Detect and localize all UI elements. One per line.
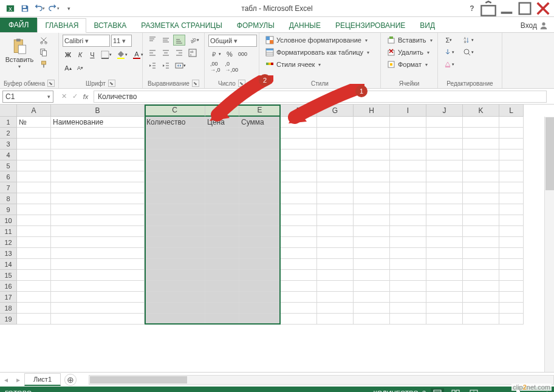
cell-A4[interactable]: [17, 150, 51, 160]
cell-E12[interactable]: [239, 237, 281, 248]
row-header-15[interactable]: 15: [0, 270, 17, 281]
number-format-combo[interactable]: Общий▾: [208, 35, 257, 47]
tab-insert[interactable]: ВСТАВКА: [86, 19, 134, 32]
cell-B18[interactable]: [51, 303, 145, 314]
cell-L19[interactable]: [499, 314, 524, 325]
autosum-button[interactable]: Σ▾: [442, 35, 456, 46]
cell-L10[interactable]: [499, 215, 524, 226]
cell-J18[interactable]: [426, 303, 463, 314]
cell-D2[interactable]: [205, 128, 239, 139]
cell-A14[interactable]: [17, 259, 51, 270]
cell-F19[interactable]: [281, 314, 317, 325]
cell-E14[interactable]: [239, 259, 281, 270]
cell-D18[interactable]: [205, 303, 239, 314]
cell-H18[interactable]: [354, 303, 390, 314]
cell-D19[interactable]: [205, 314, 239, 325]
cell-F7[interactable]: [281, 182, 317, 193]
cell-J6[interactable]: [426, 171, 463, 182]
cell-E18[interactable]: [239, 303, 281, 314]
cell-B13[interactable]: [51, 248, 145, 259]
cell-G13[interactable]: [317, 248, 354, 259]
cell-I9[interactable]: [390, 204, 426, 215]
border-button[interactable]: ▾: [99, 49, 114, 60]
cell-D3[interactable]: [205, 139, 239, 150]
cell-F4[interactable]: [281, 150, 317, 160]
row-header-6[interactable]: 6: [0, 171, 17, 182]
cell-B12[interactable]: [51, 237, 145, 248]
cell-J7[interactable]: [426, 182, 463, 193]
cell-H11[interactable]: [354, 226, 390, 237]
row-header-18[interactable]: 18: [0, 303, 17, 314]
cell-G5[interactable]: [317, 160, 354, 171]
column-header-K[interactable]: K: [463, 105, 499, 117]
cell-D7[interactable]: [205, 182, 239, 193]
horizontal-scrollbar[interactable]: [89, 375, 554, 385]
cell-styles-button[interactable]: Стили ячеек▾: [263, 59, 323, 70]
cell-F12[interactable]: [281, 237, 317, 248]
sheet-nav-prev[interactable]: ◂: [0, 376, 12, 384]
cell-H6[interactable]: [354, 171, 390, 182]
excel-icon[interactable]: X: [4, 2, 17, 15]
cell-F11[interactable]: [281, 226, 317, 237]
cell-F6[interactable]: [281, 171, 317, 182]
percent-button[interactable]: %: [224, 49, 235, 60]
cell-L4[interactable]: [499, 150, 524, 160]
cell-E5[interactable]: [239, 160, 281, 171]
cell-I8[interactable]: [390, 193, 426, 204]
cell-J9[interactable]: [426, 204, 463, 215]
tab-formulas[interactable]: ФОРМУЛЫ: [230, 19, 282, 32]
cell-G6[interactable]: [317, 171, 354, 182]
cell-C7[interactable]: [145, 182, 205, 193]
cell-L7[interactable]: [499, 182, 524, 193]
cell-G7[interactable]: [317, 182, 354, 193]
row-header-17[interactable]: 17: [0, 292, 17, 303]
cell-D14[interactable]: [205, 259, 239, 270]
page-break-view-button[interactable]: [467, 388, 480, 392]
row-header-19[interactable]: 19: [0, 314, 17, 325]
cell-L18[interactable]: [499, 303, 524, 314]
column-header-J[interactable]: J: [426, 105, 463, 117]
cell-A17[interactable]: [17, 292, 51, 303]
cell-B5[interactable]: [51, 160, 145, 171]
select-all-button[interactable]: [0, 105, 17, 117]
column-header-C[interactable]: C: [145, 105, 205, 117]
cut-button[interactable]: [38, 35, 50, 46]
cell-F13[interactable]: [281, 248, 317, 259]
enter-formula-button[interactable]: ✓: [69, 91, 80, 102]
cell-J5[interactable]: [426, 160, 463, 171]
cell-D11[interactable]: [205, 226, 239, 237]
cell-A3[interactable]: [17, 139, 51, 150]
cell-A13[interactable]: [17, 248, 51, 259]
cell-A19[interactable]: [17, 314, 51, 325]
cell-L9[interactable]: [499, 204, 524, 215]
cell-J3[interactable]: [426, 139, 463, 150]
cell-K11[interactable]: [463, 226, 499, 237]
cell-J12[interactable]: [426, 237, 463, 248]
cell-H10[interactable]: [354, 215, 390, 226]
cell-H16[interactable]: [354, 281, 390, 292]
cell-A5[interactable]: [17, 160, 51, 171]
cell-H4[interactable]: [354, 150, 390, 160]
cell-K2[interactable]: [463, 128, 499, 139]
signin[interactable]: Вход: [515, 19, 554, 32]
cell-E8[interactable]: [239, 193, 281, 204]
sheet-nav-next[interactable]: ▸: [12, 376, 24, 384]
comma-button[interactable]: 000: [236, 49, 249, 60]
font-dialog-launcher[interactable]: ⬊: [108, 80, 115, 87]
cell-K7[interactable]: [463, 182, 499, 193]
cell-I5[interactable]: [390, 160, 426, 171]
cell-B6[interactable]: [51, 171, 145, 182]
cell-A2[interactable]: [17, 128, 51, 139]
cell-J8[interactable]: [426, 193, 463, 204]
cell-C13[interactable]: [145, 248, 205, 259]
cell-L5[interactable]: [499, 160, 524, 171]
cell-L2[interactable]: [499, 128, 524, 139]
cell-B10[interactable]: [51, 215, 145, 226]
cell-G8[interactable]: [317, 193, 354, 204]
cell-K6[interactable]: [463, 171, 499, 182]
cell-D9[interactable]: [205, 204, 239, 215]
decrease-decimal-button[interactable]: ,0→,00: [223, 61, 240, 72]
tab-view[interactable]: ВИД: [412, 19, 442, 32]
italic-button[interactable]: К: [75, 49, 86, 60]
cell-I14[interactable]: [390, 259, 426, 270]
